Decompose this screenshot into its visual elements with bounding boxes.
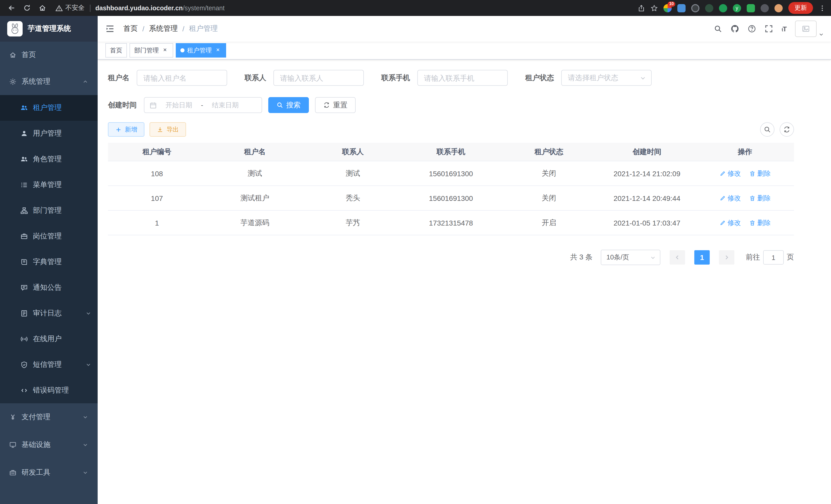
filter-phone: 联系手机 [381,70,508,86]
field-label: 租户名 [108,73,130,83]
sidebar-item-role[interactable]: 角色管理 [0,146,98,172]
chevron-down-icon [82,442,88,448]
url-domain: dashboard.yudao.iocoder.cn [95,4,183,11]
extension-icon-4[interactable] [705,4,713,12]
delete-link[interactable]: 删除 [749,169,771,178]
fullscreen-icon[interactable] [765,25,773,33]
sidebar-item-payment[interactable]: 支付管理 [0,403,98,431]
sidebar-item-dict[interactable]: 字典管理 [0,249,98,275]
extension-icon-3[interactable] [691,4,699,12]
date-range-picker[interactable]: - [144,97,262,113]
sidebar-item-system[interactable]: 系统管理 [0,68,98,95]
extension-icon-6[interactable]: y [733,4,741,12]
profile-avatar-icon[interactable] [774,4,783,12]
sidebar-item-infra[interactable]: 基础设施 [0,431,98,459]
reset-button[interactable]: 重置 [315,97,355,113]
page-number-1[interactable]: 1 [694,250,710,265]
cell-id: 108 [108,161,206,186]
sidebar-item-devtools[interactable]: 研发工具 [0,459,98,486]
extension-icon-8[interactable] [761,4,769,12]
share-icon[interactable] [638,4,645,11]
sidebar-item-sms[interactable]: 短信管理 [0,352,98,378]
delete-link[interactable]: 删除 [749,218,771,227]
sidebar-item-error-code[interactable]: 错误码管理 [0,378,98,403]
browser-address-bar[interactable]: 不安全 dashboard.yudao.iocoder.cn/system/te… [56,4,632,12]
extension-icon-5[interactable] [719,4,727,12]
cell-name: 芋道源码 [206,210,304,235]
warning-icon [56,4,63,11]
tenant-name-input[interactable] [137,70,227,86]
contact-input[interactable] [274,70,364,86]
browser-menu-icon[interactable] [819,4,826,11]
extension-icon-2[interactable] [677,4,686,12]
tab-tenant[interactable]: 租户管理 × [176,43,226,58]
extension-icon-7[interactable] [747,4,755,12]
user-avatar[interactable] [795,21,824,37]
chrome-update-button[interactable]: 更新 [789,2,813,14]
chat-bubble-icon [21,284,28,291]
sidebar-item-tenant[interactable]: 租户管理 [0,95,98,121]
goto-page-input[interactable] [763,250,784,265]
edit-link[interactable]: 修改 [719,194,741,203]
add-button[interactable]: 新增 [108,122,144,137]
url-text[interactable]: dashboard.yudao.iocoder.cn/system/tenant [95,4,225,11]
date-separator: - [201,101,203,109]
delete-link[interactable]: 删除 [749,194,771,203]
cell-actions: 修改删除 [696,161,794,186]
tab-dept[interactable]: 部门管理 × [130,43,173,58]
search-icon [764,126,771,133]
github-icon[interactable] [731,25,739,33]
breadcrumb-separator: / [182,25,184,33]
browser-home-button[interactable] [36,2,48,14]
refresh-table-button[interactable] [780,122,794,137]
font-size-icon[interactable]: tT [782,25,786,33]
col-created: 创建时间 [598,143,696,161]
export-button[interactable]: 导出 [149,122,186,137]
table-row: 108 测试 测试 15601691300 关闭 2021-12-14 21:0… [108,161,794,186]
sidebar-item-menu[interactable]: 菜单管理 [0,172,98,198]
select-placeholder: 请选择租户状态 [568,73,618,83]
help-icon[interactable] [748,25,756,33]
edit-icon [719,170,725,176]
browser-back-button[interactable] [5,2,18,14]
tab-label: 租户管理 [187,46,212,55]
sidebar-item-home[interactable]: 首页 [0,41,98,68]
date-start-input[interactable] [159,101,199,110]
main-area: 首页 / 系统管理 / 租户管理 tT [98,16,831,504]
status-select[interactable]: 请选择租户状态 [561,70,652,86]
sidebar-item-post[interactable]: 岗位管理 [0,224,98,249]
cell-status: 关闭 [500,186,598,210]
breadcrumb-home[interactable]: 首页 [123,24,138,33]
search-icon[interactable] [714,25,722,33]
bookmark-star-icon[interactable] [651,4,658,11]
cell-status: 开启 [500,210,598,235]
edit-link[interactable]: 修改 [719,169,741,178]
sidebar-toggle-button[interactable] [98,24,122,33]
close-icon[interactable]: × [214,47,222,54]
sidebar-item-notice[interactable]: 通知公告 [0,275,98,301]
sidebar-item-dept[interactable]: 部门管理 [0,198,98,224]
page-size-select[interactable]: 10条/页 [601,250,660,265]
sidebar-item-online-users[interactable]: 在线用户 [0,326,98,352]
prev-page-button[interactable] [670,250,685,265]
sidebar-item-audit-log[interactable]: 审计日志 [0,301,98,326]
close-icon[interactable]: × [161,47,169,54]
toggle-search-button[interactable] [760,122,774,137]
search-button[interactable]: 搜索 [268,97,309,113]
security-chip[interactable]: 不安全 [56,4,85,12]
extension-icon-1[interactable]: 10 [663,4,672,12]
edit-link[interactable]: 修改 [719,218,741,227]
phone-input[interactable] [417,70,508,86]
toolbar-left: 新增 导出 [108,122,186,137]
browser-reload-button[interactable] [21,2,33,14]
cell-actions: 修改删除 [696,186,794,210]
sidebar: 芋道管理系统 首页 系统管理 租户管理 用户管理 [0,16,98,504]
date-end-input[interactable] [205,101,246,110]
tab-home[interactable]: 首页 [105,43,127,58]
app-root: 不安全 dashboard.yudao.iocoder.cn/system/te… [0,0,831,504]
filter-row-1: 租户名 联系人 联系手机 租户状态 请选择租户状态 [108,70,821,86]
sidebar-item-label: 审计日志 [33,309,80,318]
cell-created: 2021-12-14 20:49:44 [598,186,696,210]
next-page-button[interactable] [719,250,735,265]
sidebar-item-user[interactable]: 用户管理 [0,121,98,146]
